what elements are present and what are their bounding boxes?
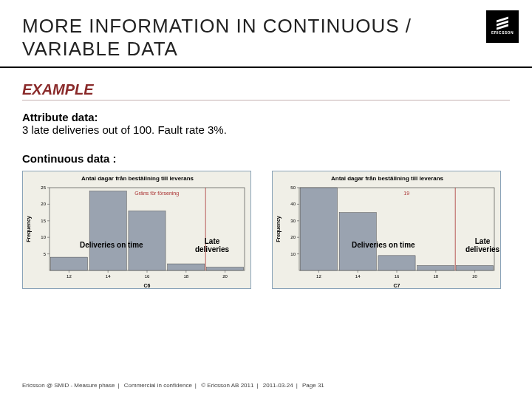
continuous-label: Continuous data :	[22, 152, 510, 165]
chart-right-wrap: Antal dagar från beställning till levera…	[272, 171, 501, 289]
svg-text:Antal dagar från beställning t: Antal dagar från beställning till levera…	[331, 175, 444, 182]
svg-rect-57	[339, 213, 376, 270]
svg-rect-60	[457, 265, 494, 270]
footer-p3: © Ericsson AB 2011	[201, 382, 253, 389]
footer-p5: Page 31	[302, 382, 324, 389]
svg-text:5: 5	[44, 252, 47, 256]
svg-rect-26	[89, 191, 126, 270]
svg-text:18: 18	[433, 274, 438, 279]
svg-text:16: 16	[395, 274, 400, 279]
svg-text:16: 16	[145, 274, 150, 279]
svg-rect-25	[50, 257, 87, 270]
svg-rect-29	[207, 267, 244, 270]
svg-text:15: 15	[41, 219, 46, 223]
svg-text:14: 14	[355, 274, 361, 279]
svg-text:20: 20	[41, 202, 46, 206]
example-heading: EXAMPLE	[22, 81, 510, 100]
chart-left-wrap: Antal dagar från beställning till levera…	[22, 171, 251, 289]
svg-text:20: 20	[222, 274, 228, 279]
svg-text:Frequency: Frequency	[26, 216, 32, 242]
footer: Ericsson @ SMID - Measure phase| Commerc…	[22, 382, 324, 389]
svg-text:14: 14	[106, 274, 111, 279]
svg-text:20: 20	[472, 274, 477, 279]
svg-rect-56	[300, 188, 337, 270]
svg-text:C7: C7	[394, 283, 400, 288]
svg-text:10: 10	[41, 235, 46, 239]
brand-name: ERICSSON	[491, 30, 514, 35]
svg-rect-59	[417, 265, 454, 270]
svg-text:10: 10	[290, 252, 296, 256]
svg-text:12: 12	[66, 274, 72, 279]
svg-text:Antal dagar från beställning t: Antal dagar från beställning till levera…	[81, 175, 194, 182]
svg-rect-27	[129, 211, 166, 270]
attribute-text: 3 late deliveries out of 100. Fault rate…	[22, 123, 510, 136]
svg-text:50: 50	[290, 185, 296, 190]
svg-text:20: 20	[290, 235, 296, 239]
footer-p2: Commercial in confidence	[124, 382, 192, 389]
footer-p1: Ericsson @ SMID - Measure phase	[22, 382, 115, 389]
svg-rect-28	[168, 264, 205, 270]
chart-right: Antal dagar från beställning till levera…	[272, 171, 501, 289]
svg-text:25: 25	[41, 185, 46, 190]
chart-left: Antal dagar från beställning till levera…	[22, 171, 251, 289]
svg-text:C6: C6	[144, 283, 151, 288]
svg-text:19: 19	[403, 191, 409, 196]
ericsson-logo: ERICSSON	[486, 10, 519, 43]
footer-p4: 2011-03-24	[263, 382, 293, 389]
svg-text:12: 12	[316, 274, 321, 279]
page-title: MORE INFORMATION IN CONTINUOUS / VARIABL…	[22, 15, 510, 61]
svg-text:40: 40	[290, 202, 296, 206]
svg-text:18: 18	[183, 274, 188, 279]
svg-text:30: 30	[290, 219, 296, 223]
svg-text:Frequency: Frequency	[276, 216, 282, 242]
svg-rect-58	[378, 256, 415, 270]
attribute-label: Attribute data:	[22, 111, 510, 123]
svg-text:Gräns för försening: Gräns för försening	[134, 191, 179, 197]
charts-row: Antal dagar från beställning till levera…	[22, 171, 510, 289]
